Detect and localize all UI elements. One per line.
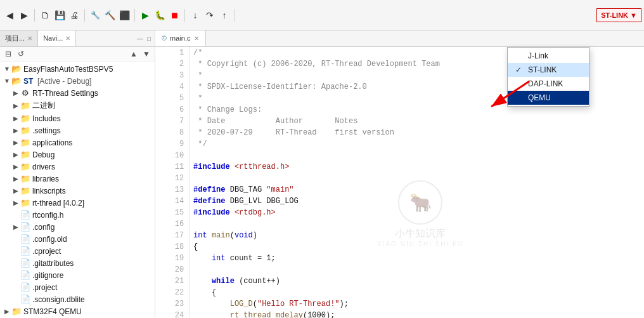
panel-maximize[interactable]: □ [146,34,152,43]
tree-scroll-down[interactable]: ▼ [141,48,152,60]
line-9: 9 */ [155,138,644,150]
tree-item-rtthread-settings[interactable]: ▶ ⚙ RT-Thread Settings [0,87,155,99]
tab-main-c-close[interactable]: ✕ [194,35,199,42]
label-linkscripts: linkscripts [32,187,152,195]
tree-item-libraries[interactable]: ▶ 📁 libraries [0,173,155,185]
sep-3 [134,9,135,22]
tab-project[interactable]: 项目... ✕ [0,30,38,46]
arrow-binary: ▶ [11,102,20,109]
dropdown-item-daplink[interactable]: DAP-LINK [508,77,589,91]
line-num-20: 20 [155,264,190,275]
tree-item-gitignore[interactable]: ▶ 📄 .gitignore [0,269,155,281]
tree-scroll-up[interactable]: ▲ [128,48,139,60]
debug-probe-dropdown: J-Link ✓ ST-LINK DAP-LINK QEMU [507,47,589,107]
tab-project-close[interactable]: ✕ [27,35,32,42]
arrow-includes: ▶ [11,115,20,122]
label-rtthread-lib: rt-thread [4.0.2] [32,199,152,208]
dropdown-item-stlink[interactable]: ✓ ST-LINK [508,63,589,77]
toolbar-print[interactable]: 🖨 [67,8,81,22]
tree-item-binary[interactable]: ▶ 📁 二进制 [0,99,155,112]
tree-item-includes[interactable]: ▶ 📁 Includes [0,112,155,124]
line-num-21: 21 [155,275,190,287]
dropdown-item-qemu[interactable]: QEMU [508,91,589,105]
tree-item-st[interactable]: ▼ 📂 ST [Active - Debug] [0,75,155,87]
icon-settings: 📁 [20,126,30,135]
panel-tab-controls: — □ [133,30,155,46]
toolbar-build[interactable]: 🔧 [88,8,102,22]
dropdown-item-jlink[interactable]: J-Link [508,49,589,63]
tree-item-linkscripts[interactable]: ▶ 📁 linkscripts [0,185,155,197]
tree-item-easyflash[interactable]: ▼ 📂 EasyFlashAutoTestBSPV5 [0,63,155,75]
icon-includes: 📁 [20,114,30,123]
tree-container[interactable]: ▼ 📂 EasyFlashAutoTestBSPV5 ▼ 📂 ST [Activ… [0,62,155,318]
toolbar-step-in[interactable]: ↓ [188,8,202,22]
label-binary: 二进制 [32,100,152,111]
tree-item-config-old[interactable]: ▶ 📄 .config.old [0,233,155,245]
panel-minimize[interactable]: — [136,34,145,43]
line-num-2: 2 [155,58,190,70]
tree-refresh[interactable]: ↺ [15,48,27,60]
line-24: 24 rt_thread_mdelay(1000); [155,310,644,318]
line-code-11: #include <rtthread.h> [190,161,644,173]
tree-item-drivers[interactable]: ▶ 📁 drivers [0,161,155,173]
icon-rtconfig: 📄 [20,210,30,220]
arrow-stm32f4qemu: ▶ [3,308,11,315]
toolbar-btn-back[interactable]: ◀ [3,8,16,22]
stlink-check: ✓ [515,65,524,74]
icon-libraries: 📁 [20,174,30,183]
line-7: 7 * Date Author Notes [155,116,644,127]
label-applications: applications [32,138,152,147]
toolbar-run[interactable]: ▶ [138,8,152,22]
line-16: 16 [155,218,644,230]
arrow-rtthread: ▶ [11,89,20,96]
label-st: ST [Active - Debug] [23,77,152,86]
toolbar-probe-dropdown[interactable]: ST-LINK ▼ [596,8,641,22]
toolbar-stop[interactable]: ⏹ [167,8,181,22]
tree-item-stm32f4qemu[interactable]: ▶ 📁 STM32F4 QEMU [0,305,155,317]
label-libraries: libraries [32,175,152,183]
icon-rtthread-lib: 📁 [20,198,30,208]
line-code-17: int main(void) [190,230,644,241]
panel-tab-bar: 项目... ✕ Navi... ✕ — □ [0,30,155,47]
toolbar-clean[interactable]: ⬛ [117,8,131,22]
line-num-8: 8 [155,127,190,138]
line-code-20 [190,264,644,275]
tree-item-rtconfig[interactable]: ▶ 📄 rtconfig.h [0,209,155,221]
toolbar-step-out[interactable]: ↑ [217,8,231,22]
tree-item-applications[interactable]: ▶ 📁 applications [0,136,155,149]
tree-item-gitattributes[interactable]: ▶ 📄 .gitattributes [0,257,155,269]
arrow-easyflash: ▼ [3,65,11,72]
line-num-6: 6 [155,104,190,116]
tree-item-sconsign[interactable]: ▶ 📄 .sconsign.dblite [0,293,155,305]
tree-item-config[interactable]: ▶ 📄 .config [0,221,155,233]
tree-item-cproject[interactable]: ▶ 📄 .cproject [0,245,155,257]
tree-item-settings[interactable]: ▶ 📁 .settings [0,124,155,136]
line-num-13: 13 [155,184,190,195]
editor-tab-bar: © main.c ✕ [155,30,644,47]
toolbar-new[interactable]: 🗋 [38,8,52,22]
line-num-5: 5 [155,93,190,104]
tree-collapse-all[interactable]: ⊟ [3,48,14,60]
arrow-debug: ▶ [11,151,20,158]
tree-item-project[interactable]: ▶ 📄 .project [0,281,155,293]
line-num-9: 9 [155,138,190,150]
toolbar-rebuild[interactable]: 🔨 [103,8,117,22]
tree-item-rtthread-lib[interactable]: ▶ 📁 rt-thread [4.0.2] [0,197,155,209]
tab-navi-close[interactable]: ✕ [65,35,70,42]
tree-item-debug[interactable]: ▶ 📁 Debug [0,149,155,161]
toolbar-save[interactable]: 💾 [53,8,67,22]
sep-5 [235,9,235,22]
arrow-libraries: ▶ [11,175,20,182]
tab-navi[interactable]: Navi... ✕ [38,30,76,46]
line-code-15: #include <rtdbg.h> [190,207,644,218]
tab-main-c[interactable]: © main.c ✕ [155,30,206,46]
label-gitignore: .gitignore [32,271,152,280]
toolbar-group-debug: ▶ 🐛 ⏹ [138,8,181,22]
toolbar-step-over[interactable]: ↷ [203,8,217,22]
jlink-label: J-Link [528,51,548,60]
line-num-16: 16 [155,218,190,230]
toolbar-btn-forward[interactable]: ▶ [17,8,31,22]
toolbar-debug[interactable]: 🐛 [153,8,167,22]
line-19: 19 int count = 1; [155,253,644,264]
icon-st: 📂 [11,76,22,86]
